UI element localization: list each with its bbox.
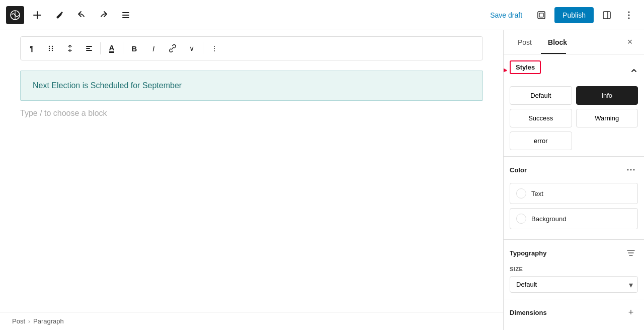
paragraph-type-button[interactable]: ¶: [23, 39, 41, 57]
svg-rect-1: [122, 12, 129, 13]
tab-post[interactable]: Post: [510, 34, 540, 50]
color-more-button[interactable]: [624, 163, 638, 177]
styles-collapse-icon[interactable]: [630, 67, 638, 75]
toolbar-divider-1: [100, 42, 101, 54]
typography-section-header: Typography: [510, 246, 638, 260]
svg-point-15: [52, 48, 53, 49]
size-select-wrapper: Default Small Medium Large X-Large: [510, 276, 638, 293]
block-toolbar: ¶ A B I ∨ ⋮: [20, 36, 483, 60]
more-rich-text-button[interactable]: ∨: [183, 39, 201, 57]
svg-rect-5: [539, 13, 543, 17]
right-sidebar: Post Block × Styles: [503, 30, 644, 330]
tab-block[interactable]: Block: [540, 34, 575, 50]
dimensions-section-title: Dimensions: [510, 309, 547, 316]
italic-button[interactable]: I: [144, 39, 163, 57]
breadcrumb-paragraph[interactable]: Paragraph: [33, 317, 64, 325]
styles-grid: Default Info Success Warning error: [510, 86, 638, 150]
style-option-default[interactable]: Default: [510, 86, 572, 105]
svg-point-21: [630, 169, 632, 171]
topbar: Save draft Publish: [0, 0, 644, 30]
svg-point-13: [49, 50, 50, 51]
text-color-button[interactable]: A: [103, 39, 121, 57]
tab-underline: [541, 53, 566, 54]
typography-section-title: Typography: [510, 249, 546, 257]
color-background-label: Background: [531, 215, 566, 223]
paragraph-block[interactable]: Next Election is Scheduled for September: [20, 71, 483, 101]
svg-point-16: [52, 50, 53, 51]
size-label: SIZE: [510, 266, 638, 272]
style-option-info[interactable]: Info: [576, 86, 638, 105]
view-button[interactable]: [532, 6, 550, 24]
svg-rect-19: [86, 50, 92, 51]
move-block-button[interactable]: [61, 39, 79, 57]
typography-more-button[interactable]: [624, 246, 638, 260]
editor-placeholder[interactable]: Type / to choose a block: [20, 109, 483, 118]
svg-point-12: [49, 48, 50, 49]
color-section-header: Color: [510, 163, 638, 177]
color-background-row[interactable]: Background: [510, 208, 638, 229]
sidebar-tabs: Post Block ×: [504, 30, 644, 54]
editor-area: ¶ A B I ∨ ⋮: [0, 30, 503, 330]
svg-point-14: [52, 46, 53, 47]
add-block-button[interactable]: [28, 6, 46, 24]
color-section: Color Text Background: [504, 157, 644, 240]
filter-icon: [627, 249, 635, 256]
dimensions-add-button[interactable]: +: [624, 305, 638, 319]
link-button[interactable]: [164, 39, 182, 57]
svg-rect-2: [122, 15, 129, 16]
svg-rect-4: [538, 12, 545, 19]
style-option-warning[interactable]: Warning: [576, 109, 638, 127]
size-select[interactable]: Default Small Medium Large X-Large: [510, 276, 638, 293]
svg-point-10: [628, 17, 630, 19]
undo-button[interactable]: [72, 6, 91, 24]
svg-point-11: [49, 46, 50, 47]
color-text-row[interactable]: Text: [510, 183, 638, 204]
sidebar-toggle-button[interactable]: [598, 6, 616, 24]
more-options-button[interactable]: [620, 6, 638, 24]
drag-handle-button[interactable]: [42, 39, 60, 57]
styles-header[interactable]: Styles: [510, 60, 638, 80]
color-text-circle: [516, 188, 526, 199]
main-layout: ¶ A B I ∨ ⋮: [0, 30, 644, 330]
publish-button[interactable]: Publish: [554, 7, 594, 23]
content-scroll[interactable]: Next Election is Scheduled for September…: [0, 60, 503, 312]
breadcrumb-post[interactable]: Post: [12, 317, 25, 325]
wp-logo: [6, 6, 24, 24]
redo-button[interactable]: [95, 6, 113, 24]
dimensions-header: Dimensions +: [510, 305, 638, 319]
breadcrumb-bar: Post › Paragraph: [0, 312, 503, 330]
sidebar-content: Styles Default Info Success Warning erro…: [504, 54, 644, 330]
alignment-button[interactable]: [80, 39, 98, 57]
toolbar-divider-3: [203, 42, 203, 54]
dimensions-section: Dimensions +: [504, 299, 644, 325]
color-text-label: Text: [531, 190, 543, 197]
paragraph-text[interactable]: Next Election is Scheduled for September: [33, 81, 470, 90]
color-background-circle: [516, 214, 526, 224]
svg-rect-18: [86, 48, 90, 49]
block-options-button[interactable]: ⋮: [205, 39, 223, 57]
sidebar-close-button[interactable]: ×: [622, 34, 638, 50]
svg-rect-6: [603, 12, 610, 19]
svg-point-20: [627, 169, 629, 171]
styles-label-box: Styles: [510, 60, 541, 74]
toolbar-divider-2: [123, 42, 123, 54]
bold-button[interactable]: B: [125, 39, 143, 57]
breadcrumb-separator: ›: [28, 318, 30, 325]
svg-point-8: [628, 11, 630, 13]
styles-section: Styles Default Info Success Warning erro…: [504, 54, 644, 157]
arrow-indicator: [504, 70, 507, 71]
svg-rect-3: [122, 17, 129, 18]
svg-rect-17: [86, 46, 92, 47]
tools-button[interactable]: [50, 6, 68, 24]
svg-point-9: [628, 14, 630, 16]
svg-point-22: [633, 169, 635, 171]
style-option-success[interactable]: Success: [510, 109, 572, 127]
typography-section: Typography SIZE Default Sm: [504, 240, 644, 299]
save-draft-button[interactable]: Save draft: [484, 8, 528, 22]
style-option-error[interactable]: error: [510, 131, 572, 150]
list-view-button[interactable]: [117, 6, 135, 24]
color-section-title: Color: [510, 166, 527, 174]
